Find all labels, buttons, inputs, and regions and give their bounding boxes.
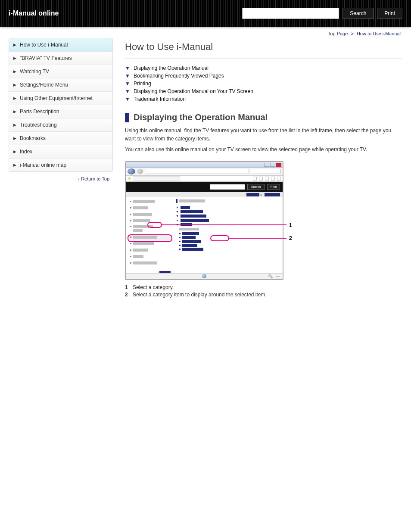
chevron-right-icon: ▶	[13, 149, 16, 154]
window-max-icon	[270, 163, 275, 167]
toc-item[interactable]: ▼Printing	[125, 81, 402, 87]
sidebar-item-watching-tv[interactable]: ▶Watching TV	[9, 65, 112, 78]
page-header: i-Manual online Search Print	[0, 0, 411, 27]
divider	[125, 59, 402, 59]
browser-search-mock	[251, 169, 281, 174]
url-bar-mock	[145, 169, 249, 174]
page-title: How to Use i-Manual	[125, 41, 402, 53]
chevron-right-icon: ▶	[13, 69, 16, 74]
legend-number: 1	[125, 284, 133, 290]
chevron-right-icon: ▶	[13, 163, 16, 167]
toc-item[interactable]: ▼Displaying the Operation Manual	[125, 65, 402, 71]
main-content: How to Use i-Manual ▼Displaying the Oper…	[125, 38, 402, 305]
browser-window-mock: ★ Search Print	[125, 161, 283, 280]
breadcrumb-separator: >	[351, 31, 353, 36]
content-mock: ▼ ▼ ▼ ▼ ▼	[176, 199, 280, 271]
heading-bar-icon	[125, 113, 129, 122]
legend-item: 2 Select a category item to display arou…	[125, 292, 402, 298]
section-heading-text: Displaying the Operation Manual	[134, 112, 268, 122]
sidebar-item-label: Index	[20, 149, 32, 155]
table-of-contents: ▼Displaying the Operation Manual ▼Bookma…	[125, 65, 402, 102]
legend-item: 1 Select a category.	[125, 284, 402, 290]
search-button[interactable]: Search	[342, 8, 374, 19]
toc-link[interactable]: Displaying the Operation Manual on Your …	[134, 88, 253, 94]
search-button-mock: Search	[247, 184, 265, 190]
sidebar-item-other-equipment[interactable]: ▶Using Other Equipment/Internet	[9, 92, 112, 105]
toc-link[interactable]: Displaying the Operation Manual	[134, 65, 209, 71]
sidebar-item-bookmarks[interactable]: ▶Bookmarks	[9, 132, 112, 145]
breadcrumb-item[interactable]: How to Use i-Manual	[357, 31, 401, 36]
header-controls: Search Print	[242, 8, 402, 19]
back-icon	[128, 168, 135, 174]
sidebar-item-parts[interactable]: ▶Parts Description	[9, 105, 112, 118]
sidebar-item-label: "BRAVIA" TV Features	[20, 55, 72, 61]
sidebar-item-label: Parts Description	[20, 109, 59, 115]
chevron-right-icon: ▶	[13, 43, 16, 47]
callout-legend: 1 Select a category. 2 Select a category…	[125, 284, 402, 298]
window-titlebar-mock	[126, 162, 283, 168]
chevron-right-icon: ▶	[13, 109, 16, 114]
toc-item[interactable]: ▼Trademark Information	[125, 96, 402, 102]
screenshot-illustration: ★ Search Print	[125, 161, 283, 280]
breadcrumb: Top Page > How to Use i-Manual	[0, 27, 411, 38]
body-paragraph: You can also use this online manual on y…	[125, 146, 401, 154]
section-heading: Displaying the Operation Manual	[125, 112, 402, 122]
sidebar-item-how-to-use[interactable]: ▶How to Use i-Manual	[9, 38, 112, 52]
product-title: i-Manual online	[9, 9, 59, 17]
sidebar-item-map[interactable]: ▶i-Manual online map	[9, 159, 112, 171]
chevron-right-icon: ▶	[13, 96, 16, 100]
sidebar-mock: →	[128, 199, 171, 271]
sidebar-item-label: Troubleshooting	[20, 122, 57, 128]
zoom-out-icon: 🔍	[268, 274, 273, 278]
search-input[interactable]	[242, 8, 339, 19]
chevron-right-icon: ▶	[13, 83, 16, 87]
sidebar-nav: ▶How to Use i-Manual ▶"BRAVIA" TV Featur…	[9, 38, 113, 172]
sidebar-item-label: How to Use i-Manual	[20, 42, 68, 48]
triangle-down-icon: ▼	[125, 81, 130, 87]
favorites-icon: ★	[128, 176, 131, 181]
arrow-right-icon: →	[74, 175, 80, 182]
toolbar-icon	[271, 177, 275, 180]
toc-item[interactable]: ▼Bookmarking Frequently Viewed Pages	[125, 73, 402, 79]
triangle-down-icon: ▼	[125, 96, 130, 102]
chevron-right-icon: ▶	[13, 123, 16, 127]
triangle-down-icon: ▼	[125, 65, 130, 71]
sidebar-item-features[interactable]: ▶"BRAVIA" TV Features	[9, 52, 112, 65]
triangle-down-icon: ▼	[125, 73, 130, 79]
browser-toolbar-mock	[126, 168, 283, 176]
return-to-top-link[interactable]: →Return to Top	[9, 172, 113, 182]
print-button-mock: Print	[267, 184, 280, 190]
toolbar-icon	[277, 177, 281, 180]
sidebar-item-label: Settings/Home Menu	[20, 82, 68, 88]
sidebar-item-troubleshooting[interactable]: ▶Troubleshooting	[9, 118, 112, 132]
chevron-right-icon: ▶	[13, 56, 16, 60]
browser-tab-mock	[133, 176, 180, 181]
toc-link[interactable]: Printing	[134, 81, 151, 87]
toolbar-icon	[265, 177, 269, 180]
return-to-top-label: Return to Top	[81, 176, 109, 181]
sidebar-item-settings[interactable]: ▶Settings/Home Menu	[9, 78, 112, 92]
breadcrumb-mock: >	[126, 192, 283, 197]
sidebar: ▶How to Use i-Manual ▶"BRAVIA" TV Featur…	[9, 38, 113, 305]
zoom-slider-icon: —	[276, 274, 280, 278]
print-button[interactable]: Print	[377, 8, 402, 19]
toolbar-icon	[253, 177, 257, 180]
window-close-icon	[276, 163, 281, 167]
globe-icon	[202, 274, 206, 278]
search-input-mock	[210, 184, 245, 190]
legend-text: Select a category.	[133, 284, 174, 290]
sidebar-item-index[interactable]: ▶Index	[9, 145, 112, 159]
sidebar-item-label: Watching TV	[20, 68, 49, 75]
legend-text: Select a category item to display around…	[133, 292, 267, 298]
sidebar-item-label: i-Manual online map	[20, 162, 66, 168]
breadcrumb-item[interactable]: Top Page	[328, 31, 348, 36]
toc-item[interactable]: ▼Displaying the Operation Manual on Your…	[125, 88, 402, 94]
toc-link[interactable]: Bookmarking Frequently Viewed Pages	[134, 73, 224, 79]
toc-link[interactable]: Trademark Information	[134, 96, 186, 102]
chevron-right-icon: ▶	[13, 136, 16, 140]
window-min-icon	[264, 163, 269, 167]
legend-number: 2	[125, 292, 133, 298]
forward-icon	[137, 169, 143, 174]
toolbar-icon	[259, 177, 263, 180]
sidebar-item-label: Using Other Equipment/Internet	[20, 95, 93, 101]
